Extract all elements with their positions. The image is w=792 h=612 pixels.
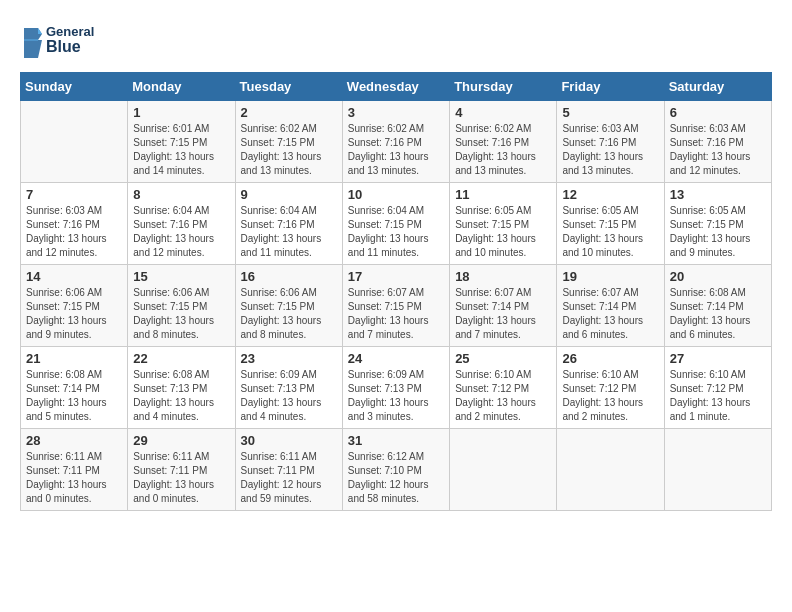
col-header-wednesday: Wednesday xyxy=(342,73,449,101)
day-info: Sunrise: 6:05 AMSunset: 7:15 PMDaylight:… xyxy=(455,204,551,260)
day-number: 30 xyxy=(241,433,337,448)
day-info: Sunrise: 6:12 AMSunset: 7:10 PMDaylight:… xyxy=(348,450,444,506)
day-cell: 16Sunrise: 6:06 AMSunset: 7:15 PMDayligh… xyxy=(235,265,342,347)
day-cell: 19Sunrise: 6:07 AMSunset: 7:14 PMDayligh… xyxy=(557,265,664,347)
day-number: 2 xyxy=(241,105,337,120)
day-info: Sunrise: 6:11 AMSunset: 7:11 PMDaylight:… xyxy=(133,450,229,506)
day-number: 13 xyxy=(670,187,766,202)
day-info: Sunrise: 6:08 AMSunset: 7:14 PMDaylight:… xyxy=(26,368,122,424)
day-cell: 28Sunrise: 6:11 AMSunset: 7:11 PMDayligh… xyxy=(21,429,128,511)
day-cell: 11Sunrise: 6:05 AMSunset: 7:15 PMDayligh… xyxy=(450,183,557,265)
header: General Blue xyxy=(20,20,772,62)
day-number: 29 xyxy=(133,433,229,448)
day-info: Sunrise: 6:03 AMSunset: 7:16 PMDaylight:… xyxy=(670,122,766,178)
day-number: 12 xyxy=(562,187,658,202)
day-info: Sunrise: 6:09 AMSunset: 7:13 PMDaylight:… xyxy=(348,368,444,424)
col-header-thursday: Thursday xyxy=(450,73,557,101)
day-info: Sunrise: 6:04 AMSunset: 7:16 PMDaylight:… xyxy=(241,204,337,260)
day-number: 7 xyxy=(26,187,122,202)
day-info: Sunrise: 6:06 AMSunset: 7:15 PMDaylight:… xyxy=(241,286,337,342)
day-info: Sunrise: 6:04 AMSunset: 7:15 PMDaylight:… xyxy=(348,204,444,260)
day-cell: 27Sunrise: 6:10 AMSunset: 7:12 PMDayligh… xyxy=(664,347,771,429)
col-header-tuesday: Tuesday xyxy=(235,73,342,101)
day-number: 5 xyxy=(562,105,658,120)
day-info: Sunrise: 6:11 AMSunset: 7:11 PMDaylight:… xyxy=(241,450,337,506)
day-cell xyxy=(664,429,771,511)
day-number: 3 xyxy=(348,105,444,120)
col-header-saturday: Saturday xyxy=(664,73,771,101)
week-row-4: 21Sunrise: 6:08 AMSunset: 7:14 PMDayligh… xyxy=(21,347,772,429)
day-number: 1 xyxy=(133,105,229,120)
day-cell: 26Sunrise: 6:10 AMSunset: 7:12 PMDayligh… xyxy=(557,347,664,429)
day-cell: 21Sunrise: 6:08 AMSunset: 7:14 PMDayligh… xyxy=(21,347,128,429)
day-info: Sunrise: 6:06 AMSunset: 7:15 PMDaylight:… xyxy=(133,286,229,342)
day-number: 6 xyxy=(670,105,766,120)
day-cell: 25Sunrise: 6:10 AMSunset: 7:12 PMDayligh… xyxy=(450,347,557,429)
day-info: Sunrise: 6:08 AMSunset: 7:14 PMDaylight:… xyxy=(670,286,766,342)
week-row-5: 28Sunrise: 6:11 AMSunset: 7:11 PMDayligh… xyxy=(21,429,772,511)
day-cell: 6Sunrise: 6:03 AMSunset: 7:16 PMDaylight… xyxy=(664,101,771,183)
day-cell: 29Sunrise: 6:11 AMSunset: 7:11 PMDayligh… xyxy=(128,429,235,511)
day-number: 16 xyxy=(241,269,337,284)
calendar-table: SundayMondayTuesdayWednesdayThursdayFrid… xyxy=(20,72,772,511)
day-cell: 18Sunrise: 6:07 AMSunset: 7:14 PMDayligh… xyxy=(450,265,557,347)
day-info: Sunrise: 6:03 AMSunset: 7:16 PMDaylight:… xyxy=(26,204,122,260)
day-number: 22 xyxy=(133,351,229,366)
day-cell: 24Sunrise: 6:09 AMSunset: 7:13 PMDayligh… xyxy=(342,347,449,429)
day-number: 14 xyxy=(26,269,122,284)
day-number: 28 xyxy=(26,433,122,448)
day-cell: 9Sunrise: 6:04 AMSunset: 7:16 PMDaylight… xyxy=(235,183,342,265)
header-row: SundayMondayTuesdayWednesdayThursdayFrid… xyxy=(21,73,772,101)
col-header-sunday: Sunday xyxy=(21,73,128,101)
day-number: 24 xyxy=(348,351,444,366)
svg-text:Blue: Blue xyxy=(46,38,81,55)
day-number: 8 xyxy=(133,187,229,202)
day-number: 11 xyxy=(455,187,551,202)
col-header-friday: Friday xyxy=(557,73,664,101)
day-number: 10 xyxy=(348,187,444,202)
day-number: 4 xyxy=(455,105,551,120)
svg-text:General: General xyxy=(46,24,94,39)
day-cell: 22Sunrise: 6:08 AMSunset: 7:13 PMDayligh… xyxy=(128,347,235,429)
day-cell: 12Sunrise: 6:05 AMSunset: 7:15 PMDayligh… xyxy=(557,183,664,265)
day-cell: 4Sunrise: 6:02 AMSunset: 7:16 PMDaylight… xyxy=(450,101,557,183)
day-info: Sunrise: 6:07 AMSunset: 7:14 PMDaylight:… xyxy=(455,286,551,342)
logo: General Blue xyxy=(20,20,100,62)
day-info: Sunrise: 6:11 AMSunset: 7:11 PMDaylight:… xyxy=(26,450,122,506)
day-info: Sunrise: 6:02 AMSunset: 7:16 PMDaylight:… xyxy=(348,122,444,178)
day-info: Sunrise: 6:10 AMSunset: 7:12 PMDaylight:… xyxy=(455,368,551,424)
day-number: 15 xyxy=(133,269,229,284)
day-info: Sunrise: 6:10 AMSunset: 7:12 PMDaylight:… xyxy=(562,368,658,424)
day-cell: 15Sunrise: 6:06 AMSunset: 7:15 PMDayligh… xyxy=(128,265,235,347)
day-number: 27 xyxy=(670,351,766,366)
day-info: Sunrise: 6:02 AMSunset: 7:16 PMDaylight:… xyxy=(455,122,551,178)
day-cell: 8Sunrise: 6:04 AMSunset: 7:16 PMDaylight… xyxy=(128,183,235,265)
day-cell: 13Sunrise: 6:05 AMSunset: 7:15 PMDayligh… xyxy=(664,183,771,265)
week-row-3: 14Sunrise: 6:06 AMSunset: 7:15 PMDayligh… xyxy=(21,265,772,347)
day-number: 23 xyxy=(241,351,337,366)
day-info: Sunrise: 6:06 AMSunset: 7:15 PMDaylight:… xyxy=(26,286,122,342)
day-info: Sunrise: 6:04 AMSunset: 7:16 PMDaylight:… xyxy=(133,204,229,260)
day-cell: 5Sunrise: 6:03 AMSunset: 7:16 PMDaylight… xyxy=(557,101,664,183)
col-header-monday: Monday xyxy=(128,73,235,101)
day-info: Sunrise: 6:07 AMSunset: 7:15 PMDaylight:… xyxy=(348,286,444,342)
day-info: Sunrise: 6:05 AMSunset: 7:15 PMDaylight:… xyxy=(562,204,658,260)
week-row-1: 1Sunrise: 6:01 AMSunset: 7:15 PMDaylight… xyxy=(21,101,772,183)
day-number: 18 xyxy=(455,269,551,284)
day-info: Sunrise: 6:09 AMSunset: 7:13 PMDaylight:… xyxy=(241,368,337,424)
day-info: Sunrise: 6:05 AMSunset: 7:15 PMDaylight:… xyxy=(670,204,766,260)
day-cell: 1Sunrise: 6:01 AMSunset: 7:15 PMDaylight… xyxy=(128,101,235,183)
day-cell: 3Sunrise: 6:02 AMSunset: 7:16 PMDaylight… xyxy=(342,101,449,183)
day-cell: 30Sunrise: 6:11 AMSunset: 7:11 PMDayligh… xyxy=(235,429,342,511)
week-row-2: 7Sunrise: 6:03 AMSunset: 7:16 PMDaylight… xyxy=(21,183,772,265)
day-info: Sunrise: 6:10 AMSunset: 7:12 PMDaylight:… xyxy=(670,368,766,424)
day-info: Sunrise: 6:08 AMSunset: 7:13 PMDaylight:… xyxy=(133,368,229,424)
day-number: 20 xyxy=(670,269,766,284)
logo-svg: General Blue xyxy=(20,20,100,62)
day-number: 9 xyxy=(241,187,337,202)
day-cell xyxy=(21,101,128,183)
day-cell: 2Sunrise: 6:02 AMSunset: 7:15 PMDaylight… xyxy=(235,101,342,183)
day-cell: 31Sunrise: 6:12 AMSunset: 7:10 PMDayligh… xyxy=(342,429,449,511)
day-cell: 7Sunrise: 6:03 AMSunset: 7:16 PMDaylight… xyxy=(21,183,128,265)
day-cell: 10Sunrise: 6:04 AMSunset: 7:15 PMDayligh… xyxy=(342,183,449,265)
